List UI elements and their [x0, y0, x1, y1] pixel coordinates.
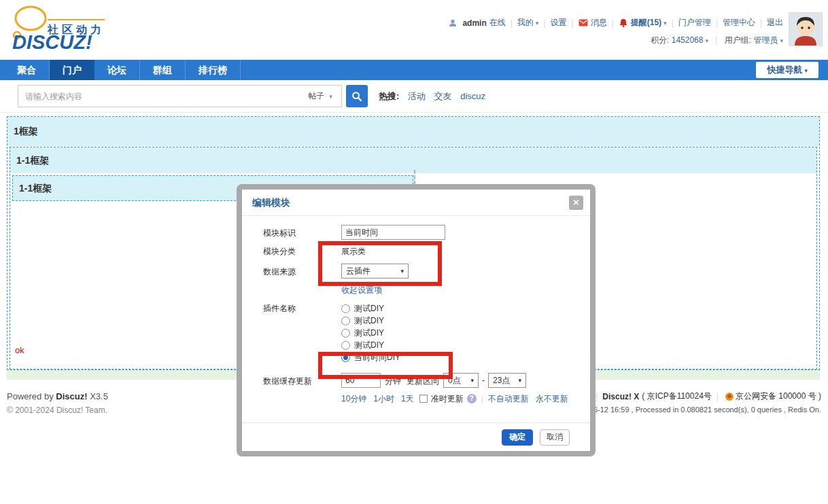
range-to-select[interactable]: 23点 ▾ [488, 373, 526, 388]
user-toolbar: admin 在线 | 我的▾ | 设置 | 消息 | 提醒(15)▾ | 门户管… [449, 17, 783, 29]
plugin-option-label: 测试DIY [354, 315, 384, 327]
portal-admin-link[interactable]: 门户管理 [678, 17, 711, 29]
radio-button[interactable] [341, 317, 350, 325]
quick-nav-label: 快捷导航 [767, 65, 802, 75]
separator: | [760, 18, 762, 28]
usergroup-value[interactable]: 管理员 [753, 35, 778, 45]
highlight-box-data-source [318, 241, 442, 286]
footer-status-line: +8, 2024-6-12 16:59 , Processed in 0.080… [562, 406, 821, 414]
plugin-option[interactable]: 测试DIY [341, 327, 400, 339]
close-icon[interactable]: × [569, 196, 583, 210]
preset-1day-link[interactable]: 1天 [401, 393, 414, 405]
no-auto-update-link[interactable]: 不自动更新 [488, 393, 529, 405]
plugin-option[interactable]: 测试DIY [341, 339, 400, 351]
chevron-down-icon: ▾ [780, 37, 783, 44]
tab-groups[interactable]: 群组 [140, 60, 186, 80]
chevron-down-icon: ▾ [663, 20, 667, 26]
chevron-down-icon: ▾ [518, 377, 521, 384]
frame-1-1-header[interactable]: 1-1框架 [10, 147, 816, 173]
search-input[interactable] [18, 86, 299, 107]
search-scope-dropdown[interactable]: 帖子 ▾ [299, 86, 341, 107]
chevron-down-icon: ▾ [470, 377, 474, 384]
radio-button[interactable] [341, 329, 350, 338]
edit-module-dialog: 编辑模块 × 模块标识 模块分类 展示类 数据来源 云插件 ▾ [237, 184, 596, 456]
confirm-button[interactable]: 确定 [502, 429, 533, 446]
frame-1-1-label: 1-1框架 [16, 155, 49, 166]
tab-ranking[interactable]: 排行榜 [186, 60, 241, 80]
plugin-option-label: 测试DIY [354, 327, 384, 339]
admin-center-link[interactable]: 管理中心 [723, 17, 755, 29]
footer-version: X3.5 [90, 391, 108, 401]
separator: | [572, 18, 574, 28]
separator: | [612, 18, 614, 28]
hot-link-discuz[interactable]: discuz [460, 91, 485, 101]
cancel-button[interactable]: 取消 [540, 429, 570, 446]
range-dash: - [482, 373, 485, 385]
module-id-label: 模块标识 [263, 225, 341, 239]
frame-1-header[interactable]: 1框架 [7, 117, 819, 146]
module-id-row: 模块标识 [263, 225, 576, 240]
collapse-settings-link[interactable]: 收起设置项 [341, 285, 382, 295]
discuz-logo[interactable]: 社区动力 DISCUZ! [8, 3, 131, 57]
plugin-option-label: 测试DIY [354, 340, 384, 351]
dialog-header[interactable]: 编辑模块 × [242, 190, 590, 216]
radio-button[interactable] [341, 304, 350, 313]
radio-button[interactable] [341, 341, 350, 350]
never-update-link[interactable]: 永不更新 [536, 393, 568, 405]
powered-prefix: Powered by [7, 391, 54, 401]
plugin-option-label: 测试DIY [354, 303, 384, 314]
logo-brand: DISCUZ! [12, 31, 92, 54]
ontime-checkbox[interactable] [419, 395, 428, 403]
top-header: 社区动力 DISCUZ! admin 在线 | 我的▾ | 设置 | 消息 | … [0, 0, 828, 60]
separator: | [716, 18, 718, 28]
cache-preset-row: 10分钟 1小时 1天 准时更新 ? | 不自动更新 永不更新 [341, 393, 576, 405]
search-button[interactable] [346, 85, 368, 107]
ontime-label: 准时更新 [431, 393, 464, 405]
module-output-text: ok [15, 345, 24, 355]
hot-link-activity[interactable]: 活动 [408, 91, 426, 101]
chevron-down-icon: ▾ [804, 67, 808, 74]
help-icon[interactable]: ? [467, 394, 477, 403]
logout-link[interactable]: 退出 [767, 17, 783, 29]
credits-value[interactable]: 1452068 [672, 35, 704, 45]
avatar-image [789, 13, 822, 46]
username[interactable]: admin [462, 18, 486, 28]
drag-indicator [414, 170, 415, 185]
user-avatar[interactable] [789, 12, 823, 46]
public-security-badge-icon [725, 393, 734, 401]
separator: | [672, 18, 674, 28]
footer-icp[interactable]: ( 京ICP备110024号 [642, 391, 712, 402]
plugin-option[interactable]: 测试DIY [341, 302, 400, 314]
tab-forum[interactable]: 论坛 [94, 60, 140, 80]
hot-search-label: 热搜: [379, 91, 399, 101]
dialog-footer: 确定 取消 [242, 422, 590, 451]
preset-1hour-link[interactable]: 1小时 [373, 393, 394, 405]
alerts-link[interactable]: 提醒(15) [631, 17, 661, 29]
chevron-down-icon: ▾ [329, 93, 332, 100]
search-row: 帖子 ▾ 热搜: 活动 交友 discuz [0, 80, 828, 113]
module-id-input[interactable] [341, 225, 445, 240]
footer-brand[interactable]: Discuz! [56, 391, 87, 401]
separator: | [715, 35, 717, 45]
hot-link-friends[interactable]: 交友 [434, 91, 452, 101]
messages-link[interactable]: 消息 [591, 17, 607, 29]
quick-nav-button[interactable]: 快捷导航▾ [756, 62, 818, 78]
footer-security[interactable]: 京公网安备 100000 号 ) [736, 391, 821, 402]
tab-aggregate[interactable]: 聚合 [4, 60, 50, 80]
my-menu[interactable]: 我的 [517, 17, 534, 29]
settings-link[interactable]: 设置 [551, 17, 567, 29]
chevron-down-icon: ▾ [536, 20, 539, 26]
preset-10min-link[interactable]: 10分钟 [341, 393, 366, 405]
hot-search: 热搜: 活动 交友 discuz [379, 90, 485, 103]
plugin-option[interactable]: 测试DIY [341, 314, 400, 327]
footer-discuz-x[interactable]: Discuz! X [602, 392, 639, 401]
online-status-link[interactable]: 在线 [489, 17, 506, 29]
usergroup-label: 用户组: [725, 35, 751, 45]
tab-portal[interactable]: 门户 [50, 60, 94, 80]
main-navbar: 聚合 门户 论坛 群组 排行榜 快捷导航▾ [0, 60, 828, 80]
dialog-title: 编辑模块 [252, 197, 290, 208]
search-icon [351, 91, 362, 102]
credits-label: 积分: [651, 35, 669, 45]
separator: | [511, 18, 513, 28]
separator: | [543, 18, 545, 28]
